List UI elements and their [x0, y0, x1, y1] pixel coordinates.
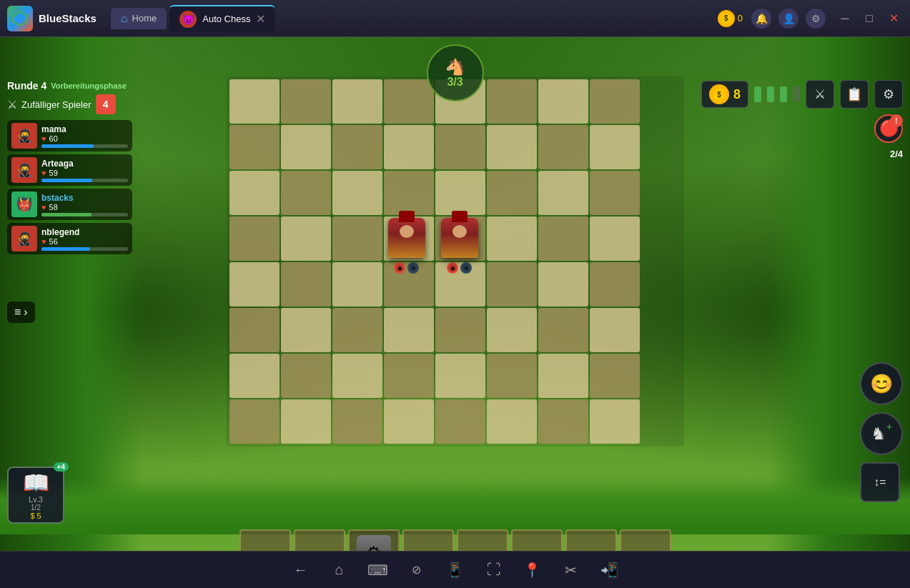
- chess-cell-2-5[interactable]: [487, 171, 537, 215]
- screen-cast-button[interactable]: 📱: [442, 557, 468, 583]
- fullscreen-button[interactable]: ⛶: [481, 557, 507, 583]
- scissors-button[interactable]: ✂: [558, 557, 584, 583]
- player-name-mama: mama: [41, 124, 128, 134]
- bell-icon[interactable]: 🔔: [751, 9, 771, 29]
- smiley-button[interactable]: 😊: [860, 362, 903, 405]
- exp-book-button[interactable]: +4 📖 Lv.3 1/2 $ 5: [7, 467, 64, 524]
- back-button[interactable]: ←: [288, 557, 314, 583]
- chess-cell-0-2[interactable]: [332, 79, 382, 124]
- settings-icon[interactable]: ⚙: [806, 9, 826, 29]
- bluestacks-logo: [7, 6, 33, 31]
- chess-cell-4-7[interactable]: [590, 262, 640, 307]
- chess-cell-4-1[interactable]: [281, 262, 331, 307]
- chess-cell-6-1[interactable]: [281, 354, 331, 398]
- player-name-arteaga: Arteaga: [41, 159, 128, 169]
- board-unit-0[interactable]: ◉ ⊗: [388, 218, 425, 274]
- chess-cell-4-6[interactable]: [538, 262, 588, 307]
- unit-hat-1: [452, 211, 468, 222]
- maximize-button[interactable]: □: [860, 9, 879, 28]
- chess-cell-6-6[interactable]: [538, 354, 588, 398]
- chess-cell-7-3[interactable]: [384, 399, 434, 444]
- chess-cell-2-4[interactable]: [435, 171, 485, 215]
- chess-cell-3-2[interactable]: [332, 216, 382, 261]
- chess-cell-6-2[interactable]: [332, 354, 382, 398]
- chess-cell-7-5[interactable]: [487, 399, 537, 444]
- no-entry-button[interactable]: ⊘: [404, 557, 430, 583]
- chess-cell-1-7[interactable]: [590, 125, 640, 169]
- unit-torso-0: [388, 218, 425, 258]
- chess-cell-1-3[interactable]: [384, 125, 434, 169]
- chess-cell-5-3[interactable]: [384, 308, 434, 352]
- board-unit-1[interactable]: ◉ ⊗: [441, 218, 478, 274]
- chess-cell-7-1[interactable]: [281, 399, 331, 444]
- chess-cell-2-1[interactable]: [281, 171, 331, 215]
- unit-badges-0: ◉ ⊗: [394, 262, 419, 274]
- chess-cell-0-5[interactable]: [487, 79, 537, 124]
- add-unit-button[interactable]: ♞+: [860, 412, 903, 455]
- chess-cell-6-5[interactable]: [487, 354, 537, 398]
- chess-cell-4-0[interactable]: [229, 262, 280, 307]
- exp-cost: $ 5: [30, 512, 41, 520]
- settings-hud-btn[interactable]: ⚙: [874, 80, 903, 109]
- hp-row-nblegend: ♥ 56: [41, 237, 128, 246]
- tab-close-icon[interactable]: ✕: [256, 12, 265, 26]
- chess-cell-7-6[interactable]: [538, 399, 588, 444]
- chess-cell-2-7[interactable]: [590, 171, 640, 215]
- chess-cell-1-6[interactable]: [538, 125, 588, 169]
- chess-cell-5-4[interactable]: [435, 308, 485, 352]
- chess-cell-7-2[interactable]: [332, 399, 382, 444]
- player-info-nblegend: nblegend ♥ 56: [41, 227, 128, 251]
- menu-button[interactable]: ≡ ›: [7, 302, 35, 323]
- home-tab[interactable]: ⌂ Home: [111, 8, 167, 29]
- chess-cell-2-6[interactable]: [538, 171, 588, 215]
- chess-cell-3-1[interactable]: [281, 216, 331, 261]
- chess-cell-6-0[interactable]: [229, 354, 280, 398]
- chess-cell-5-1[interactable]: [281, 308, 331, 352]
- chess-cell-3-5[interactable]: [487, 216, 537, 261]
- account-icon[interactable]: 👤: [778, 9, 798, 29]
- chess-cell-5-5[interactable]: [487, 308, 537, 352]
- chess-cell-0-3[interactable]: [384, 79, 434, 124]
- chess-cell-1-0[interactable]: [229, 125, 280, 169]
- chess-cell-5-6[interactable]: [538, 308, 588, 352]
- chess-cell-6-7[interactable]: [590, 354, 640, 398]
- autochess-tab[interactable]: 😈 Auto Chess ✕: [169, 5, 275, 32]
- chess-cell-7-0[interactable]: [229, 399, 280, 444]
- chess-cell-3-7[interactable]: [590, 216, 640, 261]
- chess-cell-0-1[interactable]: [281, 79, 331, 124]
- heart-icon-mama: ♥: [41, 134, 46, 143]
- player-info-mama: mama ♥ 60: [41, 124, 128, 148]
- chess-cell-1-4[interactable]: [435, 125, 485, 169]
- chess-cell-7-7[interactable]: [590, 399, 640, 444]
- chess-cell-2-2[interactable]: [332, 171, 382, 215]
- chess-cell-0-7[interactable]: [590, 79, 640, 124]
- bottom-hud: +4 📖 Lv.3 1/2 $ 5: [7, 467, 64, 524]
- minimize-button[interactable]: ─: [836, 9, 854, 28]
- book-hud-btn[interactable]: 📋: [840, 80, 869, 109]
- chess-cell-2-3[interactable]: [384, 171, 434, 215]
- chess-cell-1-5[interactable]: [487, 125, 537, 169]
- chess-cell-5-7[interactable]: [590, 308, 640, 352]
- chess-cell-0-0[interactable]: [229, 79, 280, 124]
- chess-cell-5-2[interactable]: [332, 308, 382, 352]
- chess-cell-4-5[interactable]: [487, 262, 537, 307]
- chess-cell-5-0[interactable]: [229, 308, 280, 352]
- chess-cell-6-4[interactable]: [435, 354, 485, 398]
- chess-cell-0-6[interactable]: [538, 79, 588, 124]
- combat-icon-btn[interactable]: ⚔: [806, 80, 834, 109]
- mobile-view-button[interactable]: 📲: [597, 557, 623, 583]
- sort-button[interactable]: ↕=: [860, 462, 900, 502]
- chess-cell-6-3[interactable]: [384, 354, 434, 398]
- keyboard-taskbar-button[interactable]: ⌨: [365, 557, 391, 583]
- chess-cell-1-2[interactable]: [332, 125, 382, 169]
- home-taskbar-button[interactable]: ⌂: [327, 557, 352, 583]
- chess-cell-3-6[interactable]: [538, 216, 588, 261]
- menu-icon: ≡: [14, 306, 21, 319]
- location-button[interactable]: 📍: [520, 557, 545, 583]
- close-button[interactable]: ✕: [884, 9, 903, 28]
- chess-cell-3-0[interactable]: [229, 216, 280, 261]
- chess-cell-1-1[interactable]: [281, 125, 331, 169]
- chess-cell-4-2[interactable]: [332, 262, 382, 307]
- chess-cell-2-0[interactable]: [229, 171, 280, 215]
- chess-cell-7-4[interactable]: [435, 399, 485, 444]
